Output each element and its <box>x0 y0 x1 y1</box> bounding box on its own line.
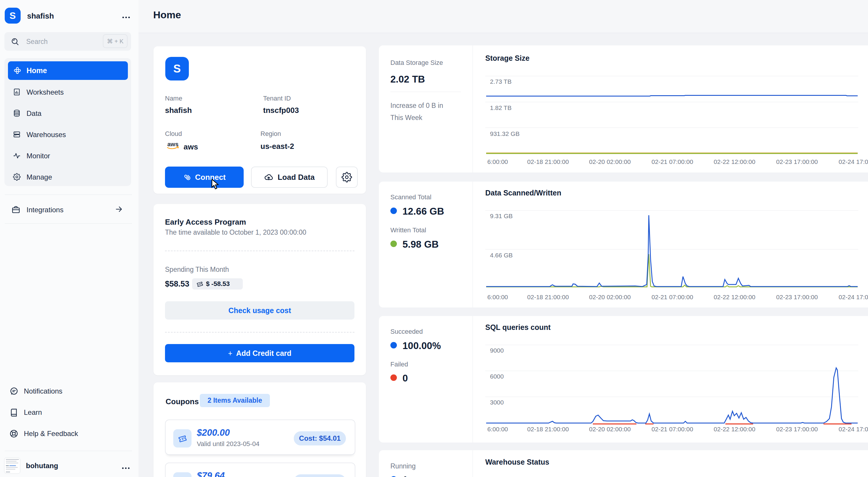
svg-text:02-23 17:00:00: 02-23 17:00:00 <box>776 294 817 300</box>
svg-text:02-24 17:00:00: 02-24 17:00:00 <box>839 294 868 300</box>
svg-text:02-23 17:00:00: 02-23 17:00:00 <box>776 158 817 165</box>
svg-text:02-18 21:00:00: 02-18 21:00:00 <box>527 294 569 300</box>
svg-text:9000: 9000 <box>490 347 504 354</box>
svg-text:02-18 21:00:00: 02-18 21:00:00 <box>527 426 569 433</box>
svg-text:1.82 TB: 1.82 TB <box>490 105 512 111</box>
svg-text:02-21 07:00:00: 02-21 07:00:00 <box>651 294 693 300</box>
svg-text:2.73 TB: 2.73 TB <box>490 78 512 85</box>
svg-text:aws: aws <box>167 141 179 147</box>
svg-text:02-21 07:00:00: 02-21 07:00:00 <box>651 158 693 165</box>
svg-text:02-22 12:00:00: 02-22 12:00:00 <box>714 426 755 433</box>
svg-text:02-22 12:00:00: 02-22 12:00:00 <box>714 294 755 300</box>
svg-text:6:00:00: 6:00:00 <box>487 158 508 165</box>
svg-text:02-24 17:00:00: 02-24 17:00:00 <box>839 158 868 165</box>
svg-text:02-23 17:00:00: 02-23 17:00:00 <box>776 426 817 433</box>
svg-text:3000: 3000 <box>490 399 504 406</box>
svg-text:02-20 02:00:00: 02-20 02:00:00 <box>589 158 630 165</box>
svg-text:9.31 GB: 9.31 GB <box>490 213 513 219</box>
svg-text:6:00:00: 6:00:00 <box>487 294 508 300</box>
svg-text:6:00:00: 6:00:00 <box>487 426 508 433</box>
svg-text:931.32 GB: 931.32 GB <box>490 130 520 137</box>
svg-text:02-20 02:00:00: 02-20 02:00:00 <box>589 294 630 300</box>
svg-text:6000: 6000 <box>490 373 504 380</box>
svg-text:02-18 21:00:00: 02-18 21:00:00 <box>527 158 569 165</box>
svg-text:02-21 07:00:00: 02-21 07:00:00 <box>651 426 693 433</box>
svg-text:02-24 17:00:00: 02-24 17:00:00 <box>839 426 868 433</box>
svg-text:4.66 GB: 4.66 GB <box>490 252 513 259</box>
svg-text:02-20 02:00:00: 02-20 02:00:00 <box>589 426 630 433</box>
svg-text:02-22 12:00:00: 02-22 12:00:00 <box>714 158 755 165</box>
